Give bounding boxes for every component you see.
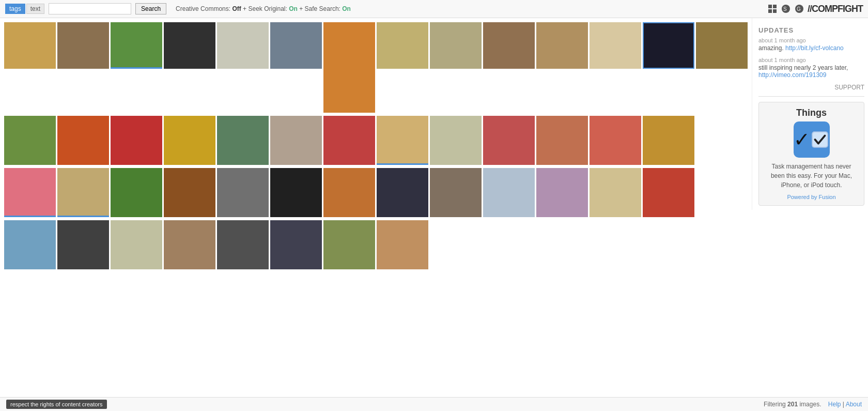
list-item[interactable]	[323, 168, 375, 217]
list-item[interactable]	[323, 22, 375, 113]
list-item[interactable]	[217, 22, 269, 69]
header-icons: S G //COMPFIGHT	[767, 4, 863, 14]
list-item[interactable]	[217, 220, 269, 269]
list-item[interactable]	[57, 116, 109, 165]
list-item[interactable]	[270, 22, 322, 69]
update-2: about 1 month ago still inspiring nearly…	[758, 57, 864, 79]
svg-text:G: G	[797, 6, 801, 12]
image-grid	[0, 18, 752, 275]
tab-tags[interactable]: tags	[5, 4, 25, 14]
list-item[interactable]	[270, 220, 322, 269]
list-item[interactable]	[4, 220, 56, 269]
list-item[interactable]	[270, 116, 322, 165]
list-item[interactable]	[164, 168, 215, 217]
sidebar: UPDATES about 1 month ago amazing. http:…	[752, 18, 868, 210]
tab-group: tags text	[5, 4, 44, 14]
list-item[interactable]	[430, 22, 482, 69]
list-item[interactable]	[323, 116, 375, 165]
things-title: Things	[764, 108, 859, 118]
svg-rect-2	[768, 9, 772, 13]
update-1: about 1 month ago amazing. http://bit.ly…	[758, 37, 864, 52]
image-row-4	[4, 220, 748, 269]
list-item[interactable]	[536, 116, 588, 165]
list-item[interactable]	[217, 116, 269, 165]
site-logo: //COMPFIGHT	[808, 4, 863, 14]
social-icon-1[interactable]: S	[781, 4, 791, 14]
header: tags text Search Creative Commons: Off +…	[0, 0, 868, 18]
list-item[interactable]	[696, 22, 748, 69]
updates-title: UPDATES	[758, 26, 864, 34]
things-desc: Task management has never been this easy…	[764, 162, 859, 190]
list-item[interactable]	[57, 220, 109, 269]
list-item[interactable]	[643, 116, 694, 165]
cc-info: Creative Commons: Off + Seek Original: O…	[176, 5, 351, 12]
sidebar-divider	[758, 96, 864, 97]
update-1-link[interactable]: http://bit.ly/cf-volcano	[785, 44, 844, 52]
list-item[interactable]	[430, 116, 482, 165]
list-item[interactable]	[536, 168, 588, 217]
svg-rect-3	[773, 9, 777, 13]
list-item[interactable]	[483, 116, 535, 165]
image-row-3	[4, 168, 748, 217]
main-content: UPDATES about 1 month ago amazing. http:…	[0, 18, 868, 275]
list-item[interactable]	[590, 22, 641, 69]
list-item[interactable]	[590, 168, 641, 217]
list-item[interactable]	[217, 168, 269, 217]
flickr-icon[interactable]	[767, 4, 778, 14]
update-2-time: about 1 month ago	[758, 57, 864, 63]
tab-text[interactable]: text	[26, 4, 44, 14]
list-item[interactable]	[111, 168, 162, 217]
update-2-text: still inspiring nearly 2 years later, ht…	[758, 64, 864, 79]
update-1-time: about 1 month ago	[758, 37, 864, 43]
svg-text:S: S	[783, 6, 787, 12]
list-item[interactable]	[164, 22, 215, 69]
list-item[interactable]	[164, 116, 215, 165]
list-item[interactable]	[57, 22, 109, 69]
list-item[interactable]	[483, 22, 535, 69]
list-item[interactable]	[430, 168, 482, 217]
list-item[interactable]	[643, 168, 694, 217]
list-item[interactable]	[590, 116, 641, 165]
list-item[interactable]	[57, 168, 109, 217]
search-input[interactable]	[49, 3, 131, 14]
list-item[interactable]	[270, 168, 322, 217]
list-item[interactable]	[164, 220, 215, 269]
things-ad-box: Things Task management has never been th…	[758, 102, 864, 206]
image-row-2	[4, 116, 748, 165]
list-item[interactable]	[377, 220, 428, 269]
list-item[interactable]	[643, 22, 694, 69]
list-item[interactable]	[323, 220, 375, 269]
support-link[interactable]: SUPPORT	[758, 84, 864, 91]
list-item[interactable]	[4, 116, 56, 165]
list-item[interactable]	[377, 22, 428, 69]
update-1-text: amazing. http://bit.ly/cf-volcano	[758, 44, 864, 52]
list-item[interactable]	[536, 22, 588, 69]
list-item[interactable]	[483, 168, 535, 217]
powered-by: Powered by Fusion	[764, 194, 859, 200]
list-item[interactable]	[111, 116, 162, 165]
list-item[interactable]	[4, 168, 56, 217]
things-icon[interactable]	[794, 121, 830, 158]
image-row-1	[4, 22, 748, 113]
svg-rect-1	[773, 5, 777, 8]
update-2-link[interactable]: http://vimeo.com/191309	[758, 71, 826, 79]
list-item[interactable]	[377, 168, 428, 217]
svg-rect-0	[768, 5, 772, 8]
list-item[interactable]	[111, 220, 162, 269]
list-item[interactable]	[111, 22, 162, 69]
social-icon-2[interactable]: G	[794, 4, 804, 14]
list-item[interactable]	[377, 116, 428, 165]
search-button[interactable]: Search	[135, 3, 166, 14]
list-item[interactable]	[4, 22, 56, 69]
